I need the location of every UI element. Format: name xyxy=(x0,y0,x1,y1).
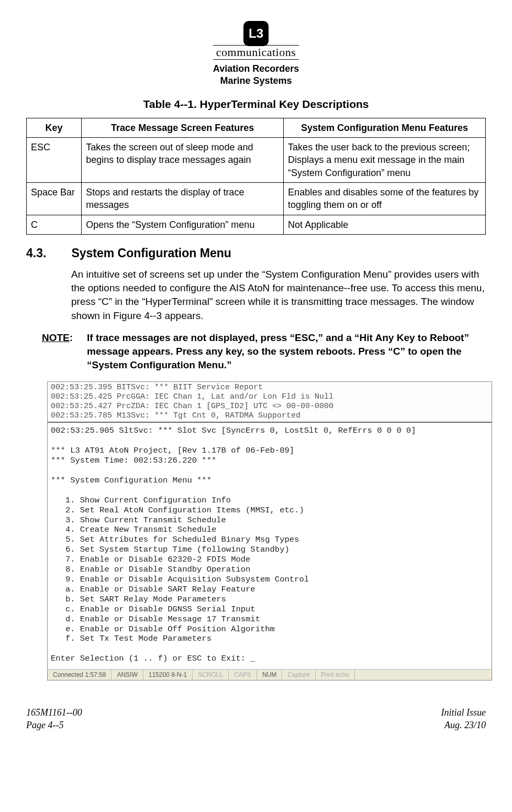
note-text: If trace messages are not displayed, pre… xyxy=(87,332,469,370)
issue-label: Initial Issue xyxy=(441,707,486,719)
col-sys: System Configuration Menu Features xyxy=(284,118,486,137)
section-paragraph: An intuitive set of screens set up under… xyxy=(71,268,486,323)
table-row: ESC Takes the screen out of sleep mode a… xyxy=(27,138,486,183)
company-logo: L3 communications xyxy=(213,21,299,60)
status-port: 115200 8-N-1 xyxy=(143,670,193,680)
cell-key: ESC xyxy=(27,138,82,183)
header-lines: Aviation Recorders Marine Systems xyxy=(26,63,486,87)
cell-sys: Takes the user back to the previous scre… xyxy=(284,138,486,183)
page-number: Page 4--5 xyxy=(26,719,82,731)
section-title: System Configuration Menu xyxy=(71,246,231,260)
table-header-row: Key Trace Message Screen Features System… xyxy=(27,118,486,137)
terminal-statusbar: Connected 1:57:58 ANSIW 115200 8-N-1 SCR… xyxy=(48,669,492,680)
logo-text: L3 xyxy=(249,26,263,41)
doc-number: 165M1161--00 xyxy=(26,707,82,719)
logo-badge: L3 xyxy=(243,21,269,46)
page-header: L3 communications Aviation Recorders Mar… xyxy=(26,21,486,87)
status-connected: Connected 1:57:58 xyxy=(48,670,112,680)
header-line2: Marine Systems xyxy=(26,75,486,87)
cell-sys: Not Applicable xyxy=(284,215,486,234)
cell-key: C xyxy=(27,215,82,234)
status-scroll: SCROLL xyxy=(193,670,229,680)
footer-right: Initial Issue Aug. 23/10 xyxy=(441,707,486,731)
status-capture: Capture xyxy=(282,670,316,680)
logo-subtext: communications xyxy=(213,45,299,60)
status-caps: CAPS xyxy=(229,670,257,680)
issue-date: Aug. 23/10 xyxy=(441,719,486,731)
table-row: Space Bar Stops and restarts the display… xyxy=(27,182,486,215)
col-trace: Trace Message Screen Features xyxy=(82,118,284,137)
section-heading: 4.3. System Configuration Menu xyxy=(26,246,486,260)
key-description-table: Key Trace Message Screen Features System… xyxy=(26,118,486,235)
status-num: NUM xyxy=(257,670,282,680)
cell-trace: Opens the “System Configuration” menu xyxy=(82,215,284,234)
table-row: C Opens the “System Configuration” menu … xyxy=(27,215,486,234)
status-termtype: ANSIW xyxy=(112,670,143,680)
terminal-body: 002:53:25.905 SltSvc: *** Slot Svc [Sync… xyxy=(48,422,492,669)
status-print: Print echo xyxy=(316,670,355,680)
header-line1: Aviation Recorders xyxy=(26,63,486,75)
cell-trace: Takes the screen out of sleep mode and b… xyxy=(82,138,284,183)
terminal-scrollback: 002:53:25.395 BITSvc: *** BIIT Service R… xyxy=(48,382,492,422)
section-number: 4.3. xyxy=(26,246,68,260)
cell-sys: Enables and disables some of the feature… xyxy=(284,182,486,215)
cell-trace: Stops and restarts the display of trace … xyxy=(82,182,284,215)
cell-key: Space Bar xyxy=(27,182,82,215)
terminal-window: 002:53:25.395 BITSvc: *** BIIT Service R… xyxy=(47,381,492,681)
page-footer: 165M1161--00 Page 4--5 Initial Issue Aug… xyxy=(26,707,486,731)
col-key: Key xyxy=(27,118,82,137)
footer-left: 165M1161--00 Page 4--5 xyxy=(26,707,82,731)
note-block: NOTE: If trace messages are not displaye… xyxy=(42,331,486,372)
table-title: Table 4--1. HyperTerminal Key Descriptio… xyxy=(26,98,486,111)
note-label: NOTE xyxy=(42,331,70,345)
